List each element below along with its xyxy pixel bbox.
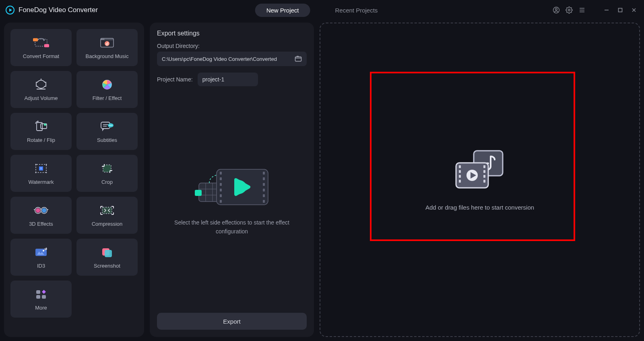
svg-point-16: [101, 39, 102, 40]
tool-convert-format[interactable]: Convert Format: [10, 29, 72, 66]
3d-effects-icon: [33, 204, 49, 217]
subtitles-icon: [99, 120, 115, 133]
menu-icon[interactable]: [578, 6, 586, 14]
svg-rect-76: [263, 183, 265, 186]
main: Convert Format Background Music Adjust V…: [0, 20, 644, 341]
output-directory-label: Output Directory:: [157, 43, 307, 49]
svg-rect-75: [263, 177, 265, 180]
svg-point-25: [44, 123, 46, 126]
window-close-button[interactable]: [630, 6, 638, 15]
tool-filter-effect[interactable]: Filter / Effect: [76, 71, 138, 108]
svg-point-1: [555, 8, 557, 10]
svg-rect-79: [263, 200, 265, 203]
svg-rect-72: [220, 194, 222, 197]
titlebar-right: [552, 6, 638, 15]
tool-label: ID3: [37, 263, 45, 269]
svg-point-31: [109, 125, 110, 126]
svg-rect-11: [33, 38, 38, 41]
svg-rect-49: [102, 207, 112, 214]
app-title: FoneDog Video Converter: [19, 6, 98, 14]
window-minimize-button[interactable]: [602, 6, 611, 15]
tools-panel: Convert Format Background Music Adjust V…: [4, 23, 144, 337]
effect-illustration: Select the left side effections to start…: [157, 89, 307, 310]
tool-more[interactable]: More: [10, 281, 72, 318]
tool-label: Watermark: [28, 179, 54, 185]
account-icon[interactable]: [552, 6, 560, 14]
id3-icon: [33, 246, 49, 259]
tab-new-project[interactable]: New Project: [255, 4, 310, 17]
svg-point-40: [46, 172, 47, 173]
titlebar: FoneDog Video Converter New Project Rece…: [0, 0, 644, 20]
svg-rect-57: [36, 295, 40, 299]
screenshot-icon: [99, 246, 115, 259]
svg-point-37: [35, 164, 37, 165]
svg-rect-7: [619, 8, 622, 12]
svg-point-39: [35, 172, 37, 173]
highlight-overlay: [370, 72, 575, 241]
tool-id3[interactable]: ID3: [10, 239, 72, 276]
drop-panel[interactable]: Add or drag files here to start conversi…: [320, 23, 640, 337]
tool-label: More: [35, 305, 47, 311]
export-button[interactable]: Export: [157, 313, 307, 330]
svg-rect-56: [36, 290, 40, 294]
tool-3d-effects[interactable]: 3D Effects: [10, 197, 72, 234]
svg-rect-70: [220, 183, 222, 186]
effect-illustration-icon: [192, 163, 272, 207]
svg-point-2: [568, 9, 570, 11]
project-name-value: project-1: [202, 76, 224, 83]
tool-subtitles[interactable]: Subtitles: [76, 113, 138, 150]
more-icon: [33, 288, 49, 301]
svg-point-33: [111, 125, 112, 126]
effect-hint: Select the left side effections to start…: [169, 218, 294, 236]
adjust-volume-icon: [33, 78, 49, 91]
tab-recent-projects[interactable]: Recent Projects: [324, 4, 389, 17]
tool-label: Crop: [101, 179, 113, 185]
tool-watermark[interactable]: T Watermark: [10, 155, 72, 192]
tool-label: Subtitles: [97, 137, 117, 143]
tabs: New Project Recent Projects: [255, 4, 389, 17]
compression-icon: [99, 204, 115, 217]
tool-label: 3D Effects: [29, 221, 53, 227]
svg-rect-69: [220, 177, 222, 180]
tool-label: Adjust Volume: [24, 95, 58, 101]
background-music-icon: [99, 36, 115, 49]
browse-folder-icon[interactable]: [295, 56, 302, 62]
tool-screenshot[interactable]: Screenshot: [76, 239, 138, 276]
svg-rect-77: [263, 189, 265, 191]
settings-icon[interactable]: [565, 6, 573, 14]
svg-point-32: [110, 125, 111, 126]
svg-rect-65: [195, 190, 202, 196]
filter-effect-icon: [99, 78, 115, 91]
svg-marker-26: [37, 121, 39, 122]
tool-adjust-volume[interactable]: Adjust Volume: [10, 71, 72, 108]
svg-point-46: [42, 208, 46, 212]
tool-compression[interactable]: Compression: [76, 197, 138, 234]
tool-label: Screenshot: [94, 263, 120, 269]
tool-crop[interactable]: Crop: [76, 155, 138, 192]
export-heading: Export settings: [157, 30, 307, 37]
svg-text:T: T: [40, 167, 42, 170]
rotate-flip-icon: [33, 120, 49, 133]
svg-point-52: [43, 250, 44, 252]
project-name-row: Project Name: project-1: [157, 73, 307, 86]
convert-format-icon: [33, 36, 49, 49]
window-maximize-button[interactable]: [616, 6, 625, 15]
brand: FoneDog Video Converter: [6, 6, 98, 15]
project-name-input[interactable]: project-1: [198, 73, 258, 86]
tool-label: Filter / Effect: [93, 95, 122, 101]
svg-point-38: [46, 164, 47, 165]
app-logo-icon: [6, 6, 14, 15]
crop-icon: [99, 162, 115, 175]
svg-rect-74: [263, 172, 265, 175]
tool-label: Rotate / Flip: [27, 137, 55, 143]
svg-rect-55: [105, 250, 112, 257]
tool-background-music[interactable]: Background Music: [76, 29, 138, 66]
tools-grid: Convert Format Background Music Adjust V…: [10, 29, 138, 318]
output-directory-field[interactable]: C:\Users\pc\FoneDog Video Converter\Conv…: [157, 52, 307, 66]
svg-rect-78: [263, 194, 265, 197]
tool-label: Convert Format: [23, 53, 59, 59]
svg-point-45: [36, 208, 40, 212]
svg-rect-12: [44, 44, 49, 47]
tool-rotate-flip[interactable]: Rotate / Flip: [10, 113, 72, 150]
svg-rect-59: [295, 57, 301, 61]
